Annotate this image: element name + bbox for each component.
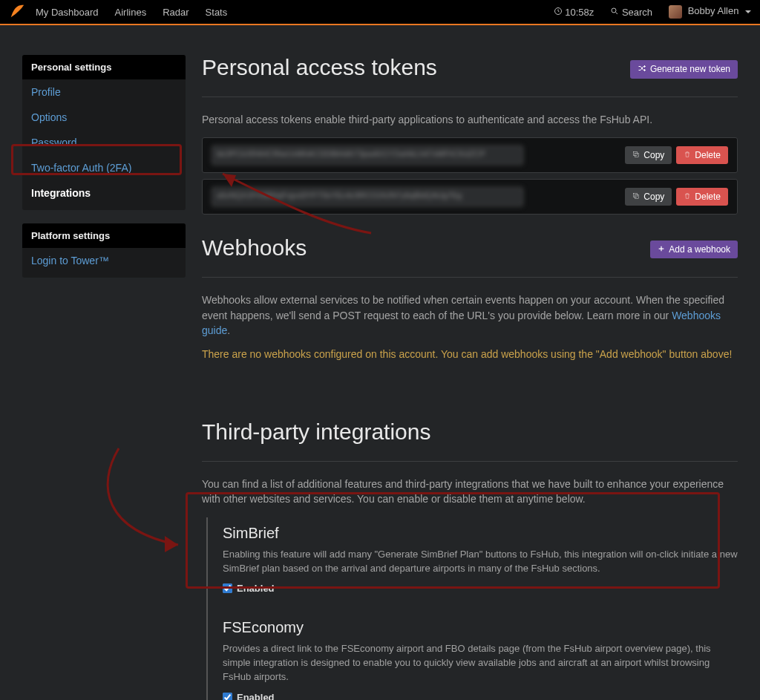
svg-rect-3 [634,152,638,156]
delete-label: Delete [695,192,721,202]
webhooks-description: Webhooks allow external services to be n… [202,292,738,338]
webhooks-desc-post: . [227,324,230,336]
search-label: Search [622,7,652,18]
delete-label: Delete [695,150,721,160]
app-logo[interactable] [9,4,25,20]
integration-desc: Enabling this feature will add many "Gen… [223,548,738,576]
sidebar-platform-header: Platform settings [22,223,186,248]
svg-rect-4 [635,195,639,199]
integration-simbrief: SimBrief Enabling this feature will add … [206,517,738,612]
plus-icon [658,244,665,255]
integration-checkbox[interactable] [223,583,232,593]
copy-icon [632,150,640,160]
nav-radar[interactable]: Radar [163,7,189,18]
integration-desc: Provides a direct link to the FSEconomy … [223,642,738,684]
copy-icon [632,192,640,202]
svg-rect-2 [635,154,639,157]
token-row: s6vNQX2Fh5BNqFrgvd3YFT9xYEc4c9RCO24JN7y6… [202,179,738,215]
delete-button[interactable]: Delete [676,146,728,164]
avatar [669,5,682,19]
search-icon [610,7,619,18]
user-name: Bobby Allen [688,5,739,16]
main-content: Personal access tokens Generate new toke… [202,55,738,700]
sidebar-item-integrations[interactable]: Integrations [22,180,186,206]
integration-name: SimBrief [223,525,738,542]
shuffle-icon [638,64,646,75]
settings-sidebar: Personal settings Profile Options Passwo… [22,55,186,700]
sidebar-item-password[interactable]: Password [22,130,186,155]
sidebar-platform-panel: Platform settings Login to Tower™ [22,223,186,278]
clock-value: 10:58z [565,7,594,18]
copy-label: Copy [643,150,664,160]
sidebar-personal-panel: Personal settings Profile Options Passwo… [22,55,186,210]
trash-icon [684,192,691,202]
integration-enabled-toggle[interactable]: Enabled [223,692,738,700]
webhooks-title: Webhooks [202,235,650,261]
sidebar-item-profile[interactable]: Profile [22,79,186,105]
third-party-title: Third-party integrations [202,419,738,445]
tokens-description: Personal access tokens enable third-part… [202,112,738,127]
nav-stats[interactable]: Stats [206,7,228,18]
generate-token-label: Generate new token [650,64,730,74]
clock-icon [554,7,563,18]
tokens-title: Personal access tokens [202,55,630,80]
sidebar-item-tower[interactable]: Login to Tower™ [22,248,186,273]
add-webhook-button[interactable]: Add a webhook [650,241,738,258]
webhooks-empty: There are no webhooks configured on this… [202,348,738,360]
trash-icon [684,150,691,160]
nav-my-dashboard[interactable]: My Dashboard [36,7,99,18]
nav-clock: 10:58z [554,7,594,18]
integration-checkbox[interactable] [223,693,232,700]
sidebar-personal-header: Personal settings [22,55,186,79]
token-value[interactable]: bk3PCkXR4HCRlwUvMhACDDBtHdh73pwAX1Y2wHkL… [212,145,523,165]
generate-token-button[interactable]: Generate new token [630,60,738,79]
nav-search[interactable]: Search [610,7,652,18]
enabled-label: Enabled [237,692,275,700]
svg-rect-5 [634,194,638,197]
top-navbar: My Dashboard Airlines Radar Stats 10:58z… [0,0,760,25]
sidebar-item-2fa[interactable]: Two-factor Auth (2FA) [22,155,186,180]
token-value[interactable]: s6vNQX2Fh5BNqFrgvd3YFT9xYEc4c9RCO24JN7y6… [212,187,523,206]
copy-button[interactable]: Copy [625,188,672,206]
third-party-description: You can find a list of additional featur… [202,477,738,507]
delete-button[interactable]: Delete [676,188,728,206]
integration-name: FSEconomy [223,619,738,636]
svg-point-1 [612,8,616,13]
nav-airlines[interactable]: Airlines [115,7,147,18]
copy-label: Copy [643,192,664,202]
nav-user-menu[interactable]: Bobby Allen [669,5,751,19]
sidebar-item-options[interactable]: Options [22,105,186,130]
add-webhook-label: Add a webhook [669,244,730,255]
integration-fseconomy: FSEconomy Provides a direct link to the … [206,612,738,700]
token-row: bk3PCkXR4HCRlwUvMhACDDBtHdh73pwAX1Y2wHkL… [202,137,738,173]
copy-button[interactable]: Copy [625,146,672,164]
webhooks-desc-pre: Webhooks allow external services to be n… [202,294,724,321]
integration-enabled-toggle[interactable]: Enabled [223,583,738,594]
enabled-label: Enabled [237,583,275,594]
